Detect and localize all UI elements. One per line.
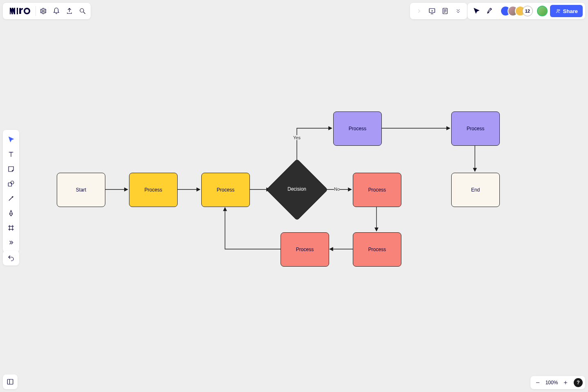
share-button-label: Share bbox=[563, 8, 578, 14]
share-button[interactable]: Share bbox=[550, 5, 583, 17]
svg-rect-8 bbox=[17, 8, 18, 14]
collab-panel: 12 Share bbox=[468, 3, 585, 19]
settings-icon[interactable] bbox=[37, 4, 50, 18]
left-toolbar bbox=[3, 130, 19, 252]
node-process-1[interactable]: Process bbox=[129, 173, 178, 207]
zoom-out-button[interactable] bbox=[533, 378, 543, 388]
main-menu-panel bbox=[3, 3, 91, 19]
view-panel bbox=[410, 3, 467, 19]
svg-point-21 bbox=[557, 9, 559, 11]
shapes-tool-icon[interactable] bbox=[4, 176, 18, 191]
node-decision-label: Decision bbox=[272, 186, 321, 192]
zoom-in-button[interactable] bbox=[561, 378, 570, 388]
node-process-no-1[interactable]: Process bbox=[353, 173, 401, 207]
sticky-tool-icon[interactable] bbox=[4, 162, 18, 176]
node-label: Process bbox=[296, 247, 314, 252]
svg-point-12 bbox=[80, 9, 84, 12]
help-button[interactable]: ? bbox=[574, 378, 583, 387]
cursor-icon[interactable] bbox=[470, 4, 483, 18]
zoom-level[interactable]: 100% bbox=[544, 380, 559, 385]
svg-point-27 bbox=[11, 181, 14, 184]
node-process-yes-2[interactable]: Process bbox=[451, 111, 500, 146]
node-label: Process bbox=[467, 126, 484, 131]
text-tool-icon[interactable] bbox=[4, 147, 18, 162]
chevron-right-icon[interactable] bbox=[412, 4, 425, 18]
node-label: Process bbox=[368, 247, 386, 252]
node-label: End bbox=[471, 187, 480, 193]
node-label: Process bbox=[368, 187, 386, 193]
svg-point-11 bbox=[42, 10, 45, 12]
avatar-overflow-count[interactable]: 12 bbox=[522, 6, 533, 16]
node-label: Start bbox=[76, 187, 86, 193]
more-tools-icon[interactable] bbox=[4, 235, 18, 250]
bell-icon[interactable] bbox=[50, 4, 63, 18]
export-icon[interactable] bbox=[63, 4, 76, 18]
miro-logo[interactable] bbox=[8, 6, 32, 16]
svg-rect-34 bbox=[7, 379, 13, 384]
edge-label-yes: Yes bbox=[293, 135, 301, 140]
undo-icon[interactable] bbox=[4, 252, 18, 265]
connector-tool-icon[interactable] bbox=[4, 191, 18, 206]
divider bbox=[36, 6, 36, 16]
node-process-no-2[interactable]: Process bbox=[353, 232, 401, 267]
node-process-yes-1[interactable]: Process bbox=[333, 111, 382, 146]
node-process-no-3[interactable]: Process bbox=[281, 232, 329, 267]
present-icon[interactable] bbox=[425, 4, 439, 18]
frame-tool-icon[interactable] bbox=[4, 220, 18, 235]
zoom-panel: 100% ? bbox=[530, 376, 585, 389]
node-label: Process bbox=[217, 187, 234, 193]
svg-point-10 bbox=[25, 9, 29, 13]
reactions-icon[interactable] bbox=[483, 4, 496, 18]
svg-marker-15 bbox=[432, 10, 433, 12]
undo-panel bbox=[3, 251, 19, 265]
svg-line-13 bbox=[83, 12, 85, 14]
node-label: Process bbox=[145, 187, 162, 193]
edge-label-no: No bbox=[334, 187, 340, 192]
canvas[interactable]: Start Process Process Process Process Pr… bbox=[0, 0, 588, 392]
select-tool-icon[interactable] bbox=[4, 132, 18, 147]
search-icon[interactable] bbox=[76, 4, 89, 18]
chevron-double-down-icon[interactable] bbox=[452, 4, 465, 18]
minimap-toggle[interactable] bbox=[3, 374, 18, 389]
node-start[interactable]: Start bbox=[57, 173, 105, 207]
node-end[interactable]: End bbox=[451, 173, 500, 207]
node-process-2[interactable]: Process bbox=[201, 173, 250, 207]
collaborator-avatars[interactable]: 12 bbox=[500, 6, 533, 16]
pen-tool-icon[interactable] bbox=[4, 206, 18, 220]
node-label: Process bbox=[349, 126, 366, 131]
avatar-me[interactable] bbox=[537, 6, 548, 16]
notes-icon[interactable] bbox=[439, 4, 452, 18]
